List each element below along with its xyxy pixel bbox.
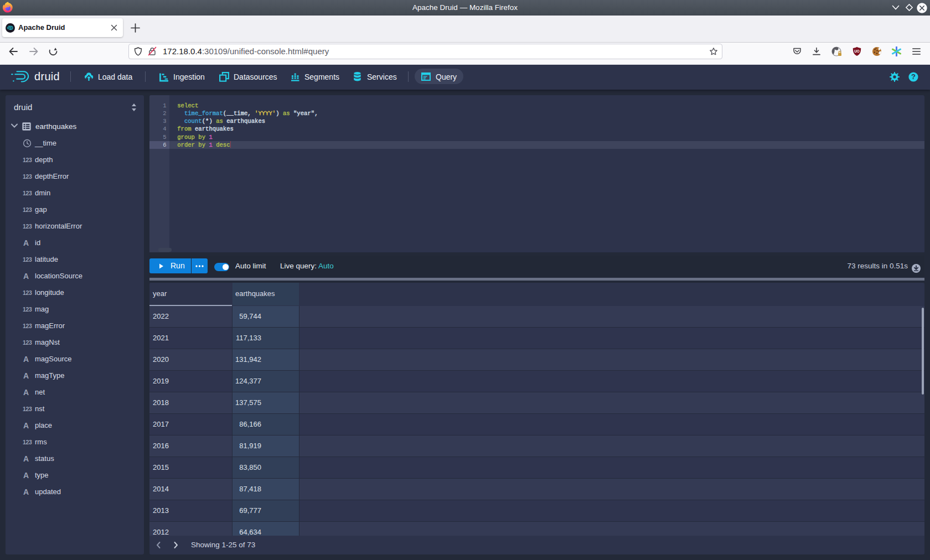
svg-text:UO: UO: [854, 49, 860, 53]
svg-text:?: ?: [911, 72, 916, 81]
